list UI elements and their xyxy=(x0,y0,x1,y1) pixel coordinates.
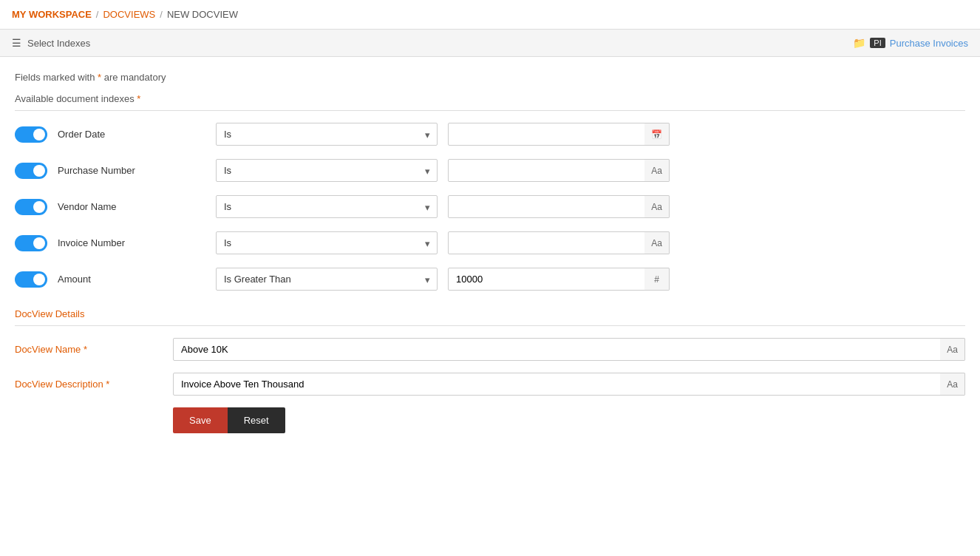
header-right: 📁 PI Purchase Invoices xyxy=(853,37,968,49)
index-label-purchase-number: Purchase Number xyxy=(58,165,205,176)
operator-select-wrap-amount: IsIs NotIs Greater ThanIs Less ThanIs Gr… xyxy=(216,268,438,291)
operator-select-purchase-number[interactable]: IsIs NotContainsDoes Not ContainStarts W… xyxy=(216,159,438,182)
docview-name-label: DocView Name * xyxy=(15,344,163,355)
value-input-wrap-amount: # xyxy=(448,268,670,291)
divider-docview xyxy=(15,325,965,326)
index-label-vendor-name: Vendor Name xyxy=(58,201,205,212)
index-label-amount: Amount xyxy=(58,274,205,285)
input-suffix-purchase-number: Aa xyxy=(644,159,670,182)
input-suffix-invoice-number: Aa xyxy=(644,231,670,254)
header-bar: ☰ Select Indexes 📁 PI Purchase Invoices xyxy=(0,30,980,57)
toggle-invoice-number[interactable] xyxy=(15,235,47,251)
breadcrumb-new-docview: NEW DOCVIEW xyxy=(167,9,238,20)
list-icon: ☰ xyxy=(12,37,21,49)
index-row-purchase-number: Purchase NumberIsIs NotContainsDoes Not … xyxy=(15,159,965,182)
docview-description-suffix: Aa xyxy=(940,373,965,396)
input-suffix-amount: # xyxy=(644,268,670,291)
docview-description-row: DocView Description * Aa xyxy=(15,373,965,396)
docview-description-input-wrap: Aa xyxy=(173,373,965,396)
mandatory-note: Fields marked with * are mandatory xyxy=(15,72,965,83)
operator-select-order-date[interactable]: IsIs NotContainsDoes Not ContainStarts W… xyxy=(216,123,438,146)
index-label-order-date: Order Date xyxy=(58,129,205,140)
value-input-vendor-name[interactable] xyxy=(448,195,670,218)
docview-name-input[interactable] xyxy=(173,338,965,361)
toggle-purchase-number[interactable] xyxy=(15,163,47,179)
docview-name-input-wrap: Aa xyxy=(173,338,965,361)
breadcrumb-my-workspace[interactable]: MY WORKSPACE xyxy=(12,9,92,20)
value-input-amount[interactable] xyxy=(448,268,670,291)
folder-icon: 📁 xyxy=(853,37,865,49)
toggle-vendor-name[interactable] xyxy=(15,199,47,215)
operator-select-wrap-invoice-number: IsIs NotContainsDoes Not ContainStarts W… xyxy=(216,231,438,254)
docview-description-input[interactable] xyxy=(173,373,965,396)
available-indexes-label: Available document indexes * xyxy=(15,93,965,104)
operator-select-wrap-purchase-number: IsIs NotContainsDoes Not ContainStarts W… xyxy=(216,159,438,182)
docview-name-row: DocView Name * Aa xyxy=(15,338,965,361)
value-input-wrap-order-date: 📅 xyxy=(448,123,670,146)
index-row-amount: AmountIsIs NotIs Greater ThanIs Less Tha… xyxy=(15,268,965,291)
value-input-wrap-vendor-name: Aa xyxy=(448,195,670,218)
index-rows: Order DateIsIs NotContainsDoes Not Conta… xyxy=(15,123,965,291)
breadcrumb: MY WORKSPACE / DOCVIEWS / NEW DOCVIEW xyxy=(0,0,980,30)
operator-select-invoice-number[interactable]: IsIs NotContainsDoes Not ContainStarts W… xyxy=(216,231,438,254)
pi-badge: PI xyxy=(870,38,885,48)
docview-name-suffix: Aa xyxy=(940,338,965,361)
operator-select-amount[interactable]: IsIs NotIs Greater ThanIs Less ThanIs Gr… xyxy=(216,268,438,291)
index-row-vendor-name: Vendor NameIsIs NotContainsDoes Not Cont… xyxy=(15,195,965,218)
toggle-order-date[interactable] xyxy=(15,126,47,143)
operator-select-vendor-name[interactable]: IsIs NotContainsDoes Not ContainStarts W… xyxy=(216,195,438,218)
operator-select-wrap-vendor-name: IsIs NotContainsDoes Not ContainStarts W… xyxy=(216,195,438,218)
header-left: ☰ Select Indexes xyxy=(12,37,90,49)
index-label-invoice-number: Invoice Number xyxy=(58,237,205,248)
input-suffix-vendor-name: Aa xyxy=(644,195,670,218)
value-input-purchase-number[interactable] xyxy=(448,159,670,182)
button-row: Save Reset xyxy=(15,407,965,433)
purchase-invoices-label: Purchase Invoices xyxy=(890,38,968,49)
divider-indexes xyxy=(15,110,965,111)
breadcrumb-sep2: / xyxy=(160,9,163,20)
breadcrumb-docviews[interactable]: DOCVIEWS xyxy=(103,9,155,20)
input-suffix-order-date: 📅 xyxy=(644,123,670,146)
breadcrumb-sep1: / xyxy=(96,9,99,20)
main-content: Fields marked with * are mandatory Avail… xyxy=(0,57,980,448)
toggle-amount[interactable] xyxy=(15,271,47,288)
value-input-order-date[interactable] xyxy=(448,123,670,146)
operator-select-wrap-order-date: IsIs NotContainsDoes Not ContainStarts W… xyxy=(216,123,438,146)
reset-button[interactable]: Reset xyxy=(228,407,285,433)
select-indexes-label: Select Indexes xyxy=(27,38,90,49)
docview-section-title: DocView Details xyxy=(15,308,965,319)
docview-description-label: DocView Description * xyxy=(15,379,163,390)
value-input-invoice-number[interactable] xyxy=(448,231,670,254)
index-row-order-date: Order DateIsIs NotContainsDoes Not Conta… xyxy=(15,123,965,146)
value-input-wrap-purchase-number: Aa xyxy=(448,159,670,182)
save-button[interactable]: Save xyxy=(173,407,228,433)
value-input-wrap-invoice-number: Aa xyxy=(448,231,670,254)
index-row-invoice-number: Invoice NumberIsIs NotContainsDoes Not C… xyxy=(15,231,965,254)
docview-details-section: DocView Details DocView Name * Aa DocVie… xyxy=(15,308,965,396)
